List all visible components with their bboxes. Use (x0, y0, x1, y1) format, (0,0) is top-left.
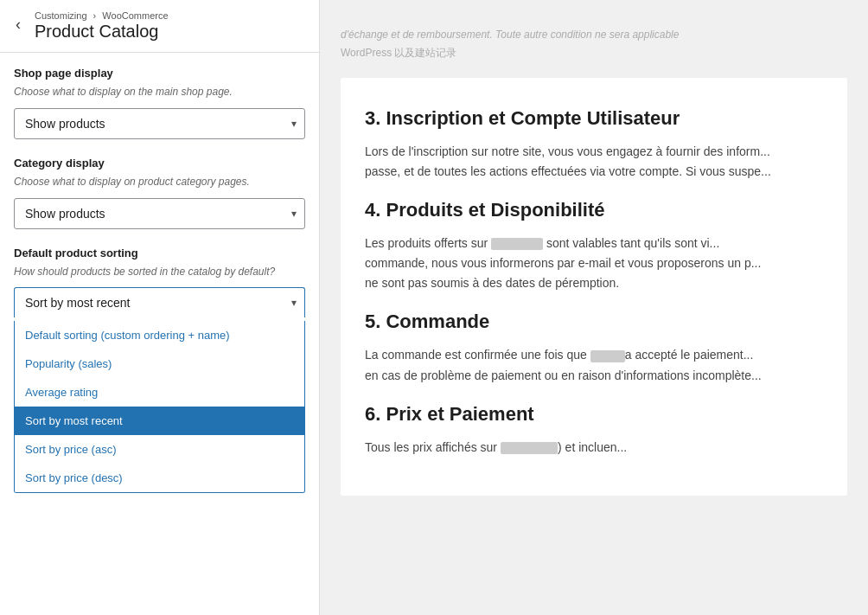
category-display-label: Category display (14, 157, 305, 170)
blur-word-2 (590, 350, 625, 362)
sorting-option-rating[interactable]: Average rating (15, 378, 304, 407)
top-blur-area: d'échange et de remboursement. Toute aut… (341, 0, 847, 78)
category-display-desc: Choose what to display on product catego… (14, 175, 305, 189)
category-display-select[interactable]: Show products Show categories Show categ… (14, 198, 305, 229)
shop-display-select[interactable]: Show products Show categories Show categ… (14, 108, 305, 139)
default-sorting-label: Default product sorting (14, 247, 305, 259)
section-5-text: La commande est confirmée une fois que a… (365, 345, 823, 385)
breadcrumb-sep: › (93, 10, 97, 21)
section-6-heading: 6. Prix et Paiement (365, 403, 823, 426)
category-display-wrapper: Show products Show categories Show categ… (14, 198, 305, 229)
page-title: Product Catalog (35, 21, 169, 42)
right-panel: d'échange et de remboursement. Toute aut… (320, 0, 868, 615)
sorting-select-display[interactable]: Sort by most recent (14, 287, 305, 317)
shop-display-desc: Choose what to display on the main shop … (14, 85, 305, 99)
section-5-heading: 5. Commande (365, 311, 823, 333)
section-4-text: Les produits offerts sur sont valables t… (365, 234, 823, 293)
blur-word-1 (491, 238, 543, 250)
shop-display-label: Shop page display (14, 67, 305, 80)
sorting-dropdown-wrapper: Sort by most recent ▾ (14, 287, 305, 317)
sorting-option-price-desc[interactable]: Sort by price (desc) (15, 464, 304, 492)
section-6-text: Tous les prix affichés sur ) et incluen.… (365, 438, 823, 458)
section-3-heading: 3. Inscription et Compte Utilisateur (365, 107, 823, 130)
default-sorting-desc: How should products be sorted in the cat… (14, 265, 305, 279)
back-button[interactable]: ‹ (10, 12, 26, 37)
header: ‹ Customizing › WooCommerce Product Cata… (0, 0, 319, 53)
wordpress-badge: WordPress 以及建站记录 (341, 46, 679, 61)
sorting-option-recent[interactable]: Sort by most recent (15, 407, 304, 435)
panel-content: Shop page display Choose what to display… (0, 53, 319, 615)
right-content: 3. Inscription et Compte Utilisateur Lor… (341, 78, 847, 496)
header-text: Customizing › WooCommerce Product Catalo… (35, 10, 169, 42)
intro-blurred-text: d'échange et de remboursement. Toute aut… (341, 27, 679, 42)
shop-display-wrapper: Show products Show categories Show categ… (14, 108, 305, 139)
breadcrumb: Customizing › WooCommerce (35, 10, 169, 21)
blur-word-3 (501, 442, 558, 454)
sorting-dropdown-list: Default sorting (custom ordering + name)… (14, 321, 305, 493)
breadcrumb-part1: Customizing (35, 10, 87, 21)
sorting-option-default[interactable]: Default sorting (custom ordering + name) (15, 321, 304, 349)
sorting-option-price-asc[interactable]: Sort by price (asc) (15, 435, 304, 464)
sorting-option-popularity[interactable]: Popularity (sales) (15, 349, 304, 378)
section-3-text: Lors de l'inscription sur notre site, vo… (365, 142, 823, 182)
section-4-heading: 4. Produits et Disponibilité (365, 199, 823, 221)
breadcrumb-part2: WooCommerce (102, 10, 168, 21)
left-panel: ‹ Customizing › WooCommerce Product Cata… (0, 0, 320, 615)
